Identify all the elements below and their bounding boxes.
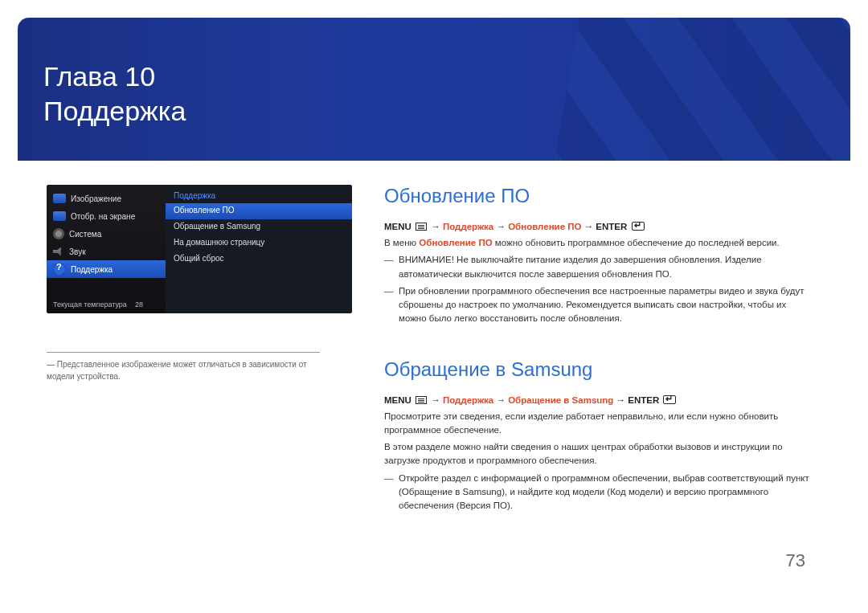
note-accent: Код модели (610, 487, 661, 497)
note-accent: Версия ПО (460, 501, 507, 510)
osd-item-label: Отобр. на экране (71, 212, 135, 221)
body-accent: Обновление ПО (419, 238, 492, 247)
osd-sub-item: На домашнюю страницу (166, 235, 352, 251)
osd-item-label: Система (69, 230, 101, 239)
path-accent: Обращение в Samsung (508, 395, 613, 405)
path-text: → (493, 222, 508, 231)
note-settings-reset: При обновлении программного обеспечения … (384, 284, 810, 326)
chapter-line-1: Глава 10 (43, 61, 155, 92)
osd-temperature: Текущая температура 28 (53, 300, 143, 309)
osd-sub-item: Обращение в Samsung (166, 219, 352, 235)
note-accent: Обращение в Samsung (402, 487, 502, 497)
path-accent: Обновление ПО (508, 222, 581, 231)
path-text: → (428, 395, 443, 405)
left-column: Изображение Отобр. на экране Система Зву… (47, 185, 352, 382)
manual-page: Глава 10 Поддержка Изображение Отобр. на… (18, 18, 850, 595)
menu-icon (416, 223, 427, 231)
page-number: 73 (786, 550, 805, 571)
enter-icon (632, 222, 645, 231)
path-accent: Поддержка (443, 395, 493, 405)
osd-item-sound: Звук (47, 243, 166, 260)
path-text: → ENTER (581, 222, 629, 231)
menu-path-contact: MENU → Поддержка → Обращение в Samsung →… (384, 395, 810, 405)
menu-path-update: MENU → Поддержка → Обновление ПО → ENTER (384, 222, 810, 231)
path-text: → (493, 395, 508, 405)
image-footnote: Представленное изображение может отличат… (47, 352, 320, 382)
path-text: MENU (384, 222, 414, 231)
osd-temp-label: Текущая температура (53, 300, 127, 309)
osd-right-pane: Поддержка Обновление ПО Обращение в Sams… (166, 185, 352, 313)
note-warning: ВНИМАНИЕ! Не выключайте питание изделия … (384, 253, 810, 281)
body-text: можно обновить программное обеспечение д… (493, 238, 780, 247)
picture-icon (53, 194, 66, 203)
path-text: → ENTER (613, 395, 661, 405)
osd-sub-item: Общий сброс (166, 251, 352, 268)
body-paragraph: В этом разделе можно найти сведения о на… (384, 440, 810, 468)
enter-icon (663, 395, 676, 404)
osd-item-label: Звук (69, 247, 86, 256)
menu-icon (416, 396, 427, 404)
chapter-line-2: Поддержка (43, 96, 186, 126)
osd-left-pane: Изображение Отобр. на экране Система Зву… (47, 185, 166, 313)
body-paragraph: В меню Обновление ПО можно обновить прог… (384, 236, 810, 250)
help-icon (53, 263, 66, 276)
osd-menu-screenshot: Изображение Отобр. на экране Система Зву… (47, 185, 352, 313)
path-accent: Поддержка (443, 222, 493, 231)
note-text: ), и найдите код модели ( (502, 487, 610, 497)
right-column: Обновление ПО MENU → Поддержка → Обновле… (384, 185, 810, 516)
note-text: ). (507, 501, 513, 510)
note-model-version: Откройте раздел с информацией о программ… (384, 472, 810, 513)
body-paragraph: Просмотрите эти сведения, если изделие р… (384, 410, 810, 438)
path-text: MENU (384, 395, 414, 405)
osd-item-system: Система (47, 225, 166, 243)
sound-icon (53, 246, 64, 257)
body-text: В меню (384, 238, 419, 247)
chapter-header: Глава 10 Поддержка (18, 18, 850, 161)
osd-sub-item: Обновление ПО (166, 203, 352, 219)
section-title-contact: Обращение в Samsung (384, 358, 810, 381)
osd-item-picture: Изображение (47, 190, 166, 207)
osd-right-heading: Поддержка (166, 190, 352, 203)
picture-icon (53, 211, 66, 221)
content-area: Изображение Отобр. на экране Система Зву… (18, 161, 850, 185)
osd-item-onscreen: Отобр. на экране (47, 207, 166, 225)
path-text: → (428, 222, 443, 231)
osd-item-support: Поддержка (47, 260, 166, 278)
osd-item-label: Изображение (71, 194, 121, 203)
osd-temp-value: 28 (135, 300, 143, 309)
section-title-update: Обновление ПО (384, 185, 810, 207)
chapter-title: Глава 10 Поддержка (43, 59, 186, 128)
osd-item-label: Поддержка (71, 265, 113, 274)
gear-icon (53, 228, 64, 239)
